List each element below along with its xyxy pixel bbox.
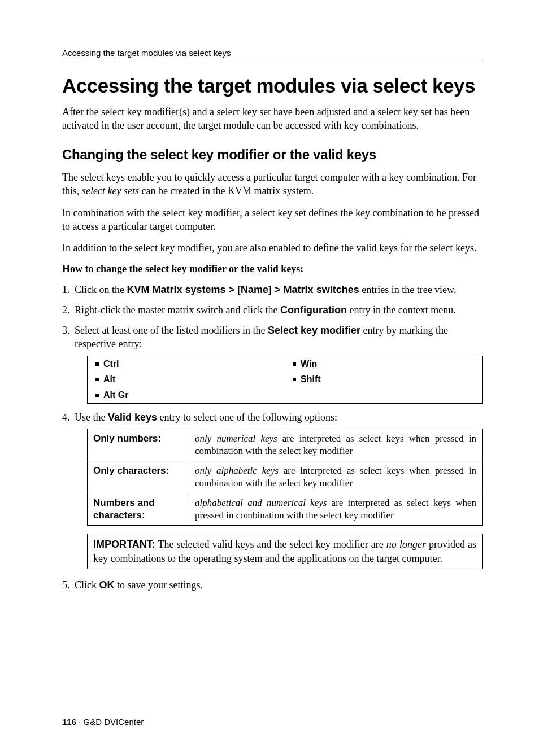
option-description: only numerical keys are interpreted as s… [189, 429, 483, 461]
text: Win [301, 359, 317, 369]
text: Click [75, 579, 99, 591]
empty-cell [285, 387, 483, 403]
note-label: IMPORTANT: [93, 539, 155, 550]
emphasis: no longer [386, 539, 426, 550]
text: entry in the context menu. [347, 304, 456, 316]
modifier-shift: Shift [285, 372, 483, 387]
modifier-alt: Alt [88, 372, 285, 387]
text: entries in the tree view. [359, 284, 457, 295]
product-name: G&D DVICenter [84, 717, 144, 727]
emphasis: alphabetical and numerical keys [195, 497, 327, 508]
menu-path: KVM Matrix systems > [Name] > Matrix swi… [127, 284, 359, 295]
page-footer: 116 · G&D DVICenter [62, 717, 144, 727]
step-2: Right-click the master matrix switch and… [62, 303, 483, 317]
howto-heading: How to change the select key modifier or… [62, 263, 483, 275]
text: Select at least one of the listed modifi… [75, 325, 268, 336]
text: Shift [301, 374, 321, 384]
emphasis: only alphabetic keys [195, 465, 279, 476]
bullet-icon [293, 378, 296, 381]
step-4: Use the Valid keys entry to select one o… [62, 410, 483, 569]
paragraph-1: The select keys enable you to quickly ac… [62, 171, 483, 198]
running-header: Accessing the target modules via select … [62, 48, 483, 60]
option-description: alphabetical and numerical keys are inte… [189, 493, 483, 526]
table-row: Only numbers: only numerical keys are in… [88, 429, 483, 461]
step-1: Click on the KVM Matrix systems > [Name]… [62, 283, 483, 296]
step-5: Click OK to save your settings. [62, 578, 483, 592]
page-number: 116 [62, 717, 76, 727]
text: Alt [103, 374, 115, 384]
intro-paragraph: After the select key modifier(s) and a s… [62, 105, 483, 133]
text: Ctrl [103, 359, 119, 369]
option-label: Numbers and characters: [88, 493, 189, 526]
modifier-win: Win [285, 356, 483, 372]
steps-list: Click on the KVM Matrix systems > [Name]… [62, 283, 483, 592]
text: can be created in the KVM matrix system. [139, 185, 314, 196]
option-description: only alphabetic keys are interpreted as … [189, 461, 483, 493]
text: Alt Gr [103, 390, 128, 400]
section-heading: Changing the select key modifier or the … [62, 147, 483, 163]
modifier-keys-table: Ctrl Win Alt Shift Alt Gr [87, 356, 483, 404]
separator: · [76, 717, 84, 727]
important-note: IMPORTANT: The selected valid keys and t… [87, 534, 483, 569]
page-title: Accessing the target modules via select … [62, 75, 483, 97]
text: to save your settings. [115, 579, 203, 591]
option-label: Only characters: [88, 461, 189, 493]
bullet-icon [95, 394, 99, 397]
step-3: Select at least one of the listed modifi… [62, 324, 483, 403]
modifier-ctrl: Ctrl [88, 356, 285, 372]
bullet-icon [95, 362, 99, 366]
text: Use the [75, 412, 108, 423]
paragraph-3: In addition to the select key modifier, … [62, 241, 483, 255]
paragraph-2: In combination with the select key modif… [62, 206, 483, 234]
table-row: Numbers and characters: alphabetical and… [88, 493, 483, 526]
table-row: Only characters: only alphabetic keys ar… [88, 461, 483, 493]
text: entry to select one of the following opt… [157, 412, 337, 423]
field-name: Select key modifier [268, 325, 360, 336]
text: Right-click the master matrix switch and… [75, 304, 280, 316]
bullet-icon [293, 362, 296, 366]
menu-entry: Configuration [280, 304, 347, 316]
term-select-key-sets: select key sets [82, 185, 139, 196]
text: Click on the [75, 284, 127, 295]
valid-keys-options-table: Only numbers: only numerical keys are in… [87, 429, 483, 526]
text: The selected valid keys and the select k… [155, 539, 386, 550]
button-name: OK [99, 579, 115, 591]
emphasis: only numerical keys [195, 433, 277, 444]
bullet-icon [95, 378, 99, 381]
field-name: Valid keys [108, 412, 157, 423]
modifier-altgr: Alt Gr [88, 387, 285, 403]
option-label: Only numbers: [88, 429, 189, 461]
